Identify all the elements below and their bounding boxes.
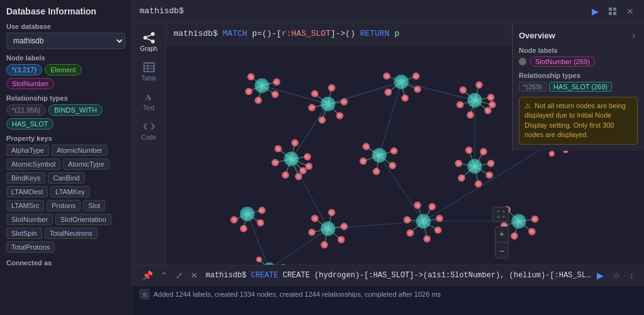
svg-rect-3	[613, 12, 616, 15]
query-return-kw: RETURN	[360, 29, 390, 38]
prop-bindkeys[interactable]: BindKeys	[6, 172, 45, 184]
overview-chevron-button[interactable]: ›	[630, 29, 638, 41]
svg-line-7	[147, 35, 151, 37]
database-select[interactable]: mathisdb	[6, 33, 125, 49]
prop-totalprotons[interactable]: TotalProtons	[6, 241, 55, 253]
prop-totalneutrons[interactable]: TotalNeutrons	[45, 228, 97, 239]
fit-to-screen-button[interactable]: ⛶	[492, 207, 509, 222]
bottom-chevron-up[interactable]: ⌃	[158, 269, 170, 282]
query-text: mathisdb$ MATCH p=()-[r:HAS_SLOT]->() RE…	[174, 29, 399, 38]
overview-rel-all-tag[interactable]: *(269)	[519, 82, 547, 92]
sidebar-title: Database Information	[6, 6, 125, 16]
overview-title-text: Overview	[519, 31, 555, 40]
bottom-pin-button[interactable]: 📌	[140, 269, 155, 282]
zoom-divider	[496, 242, 508, 243]
bottom-status-bar: ⊞ Added 1244 labels, created 1334 nodes,…	[132, 285, 644, 303]
node-label-all[interactable]: *(3,217)	[6, 64, 42, 75]
sidebar-item-table-label: Table	[142, 75, 157, 82]
prop-protons[interactable]: Protons	[47, 200, 80, 211]
bottom-expand-button[interactable]: ⤢	[173, 269, 186, 282]
bottom-close-button[interactable]: ✕	[188, 269, 201, 282]
bottom-query-body: CREATE (hydrogen)-[:HAS_SLOT]->(a1s1:Slo…	[282, 271, 594, 280]
rel-type-tags: *(21,956) BINDS_WITH HAS_SLOT	[6, 104, 125, 130]
prop-atomictype[interactable]: AtomicType	[63, 158, 109, 170]
sidebar-item-graph[interactable]: Graph	[132, 28, 165, 56]
top-terminal-prompt: mathisdb$	[140, 6, 184, 16]
query-prompt: mathisdb$	[174, 29, 218, 38]
svg-point-94	[486, 172, 493, 179]
bottom-terminal-bar: 📌 ⌃ ⤢ ✕ mathisdb$ CREATE CREATE (hydroge…	[132, 265, 644, 285]
svg-point-15	[273, 79, 280, 86]
property-keys-label: Property keys	[6, 135, 125, 142]
overview-node-labels-label: Node labels	[519, 47, 638, 54]
overview-rel-types-label: Relationship types	[519, 72, 638, 79]
svg-point-28	[318, 116, 326, 124]
prop-ltamdest[interactable]: LTAMDest	[6, 186, 48, 197]
bottom-star-button[interactable]: ☆	[610, 269, 623, 282]
svg-line-185	[269, 229, 328, 265]
query-match-kw: MATCH	[223, 29, 247, 38]
svg-point-50	[487, 94, 495, 101]
prop-slotspin[interactable]: SlotSpin	[6, 228, 42, 239]
sidebar-item-text[interactable]: A Text	[132, 87, 165, 115]
svg-point-69	[274, 145, 282, 153]
prop-ltamkey[interactable]: LTAMKey	[50, 186, 90, 197]
sidebar-item-table[interactable]: Table	[132, 57, 165, 86]
zoom-controls: + −	[495, 226, 509, 258]
rel-type-all[interactable]: *(21,956)	[6, 104, 46, 116]
svg-point-6	[151, 40, 155, 43]
sidebar-item-code[interactable]: Code	[132, 116, 165, 145]
node-labels-tags: *(3,217) Element SlotNumber	[6, 64, 125, 89]
overview-title: Overview ›	[519, 29, 638, 41]
main-content: mathisdb$ ▶ ✕ Graph	[132, 0, 644, 315]
query-pattern: p=()-[	[252, 29, 282, 38]
svg-point-146	[528, 228, 536, 236]
query-return-var: p	[394, 29, 399, 38]
node-labels-label: Node labels	[6, 54, 125, 62]
svg-point-136	[428, 203, 436, 211]
zoom-out-button[interactable]: −	[496, 244, 508, 258]
content-area: Graph Table A Text	[132, 23, 644, 265]
view-icon-sidebar: Graph Table A Text	[132, 23, 166, 265]
query-pattern2: ]->()	[331, 29, 355, 38]
top-play-button[interactable]: ▶	[589, 5, 601, 18]
svg-point-135	[414, 202, 421, 209]
bottom-download-button[interactable]: ↓	[627, 269, 636, 282]
top-terminal-bar: mathisdb$ ▶ ✕	[132, 0, 644, 23]
rel-type-hasslot[interactable]: HAS_SLOT	[6, 118, 53, 130]
prop-slotnumber[interactable]: SlotNumber	[6, 214, 53, 225]
svg-point-31	[328, 84, 336, 92]
top-close-button[interactable]: ✕	[624, 5, 636, 18]
svg-point-70	[291, 139, 299, 146]
zoom-in-button[interactable]: +	[496, 227, 508, 241]
svg-point-43	[383, 72, 391, 80]
overview-warning: ⚠ Not all return nodes are being display…	[519, 97, 638, 145]
sidebar: Database Information Use database mathis…	[0, 0, 132, 315]
bottom-play-button[interactable]: ▶	[594, 269, 606, 282]
top-maximize-button[interactable]	[606, 6, 619, 16]
svg-rect-0	[609, 8, 612, 11]
node-label-slotnumber[interactable]: SlotNumber	[6, 78, 54, 89]
prop-atomicsymbol[interactable]: AtomicSymbol	[6, 158, 60, 170]
svg-point-17	[255, 97, 262, 104]
rel-types-label: Relationship types	[6, 94, 125, 102]
prop-slotorientation[interactable]: SlotOrientation	[55, 214, 111, 225]
prop-canbind[interactable]: CanBind	[48, 172, 84, 184]
rel-type-binds[interactable]: BINDS_WITH	[48, 104, 103, 116]
prop-atomicnumber[interactable]: AtomicNumber	[52, 145, 108, 156]
bottom-terminal: 📌 ⌃ ⤢ ✕ mathisdb$ CREATE CREATE (hydroge…	[132, 265, 644, 315]
svg-rect-9	[144, 63, 154, 72]
connected-as-label: Connected as	[6, 259, 125, 267]
prop-ltamsrc[interactable]: LTAMSrc	[6, 200, 44, 211]
svg-point-16	[272, 91, 279, 98]
prop-slot[interactable]: Slot	[83, 200, 105, 211]
status-table-icon[interactable]: ⊞	[140, 289, 150, 299]
sidebar-item-code-label: Code	[142, 134, 157, 141]
overview-hasslot-tag[interactable]: HAS_SLOT (269)	[549, 82, 612, 92]
graph-area: mathisdb$ MATCH p=()-[r:HAS_SLOT]->() RE…	[166, 23, 644, 265]
svg-point-85	[360, 158, 367, 165]
overview-slotnumber-tag[interactable]: SlotNumber (269)	[530, 57, 595, 67]
prop-alphatype[interactable]: AlphaType	[6, 145, 49, 156]
node-label-element[interactable]: Element	[45, 64, 81, 75]
overview-rel-tags: *(269) HAS_SLOT (269)	[519, 82, 638, 92]
